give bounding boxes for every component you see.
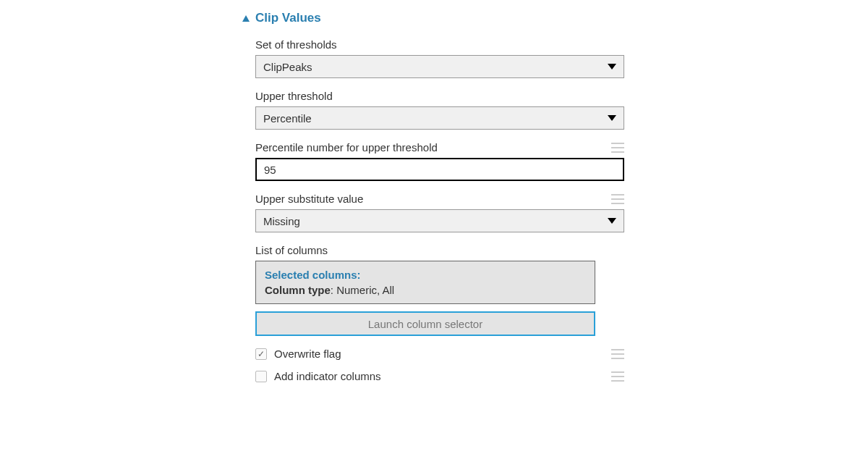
menu-icon[interactable] [611, 194, 624, 204]
input-percentile-number-value: 95 [264, 164, 276, 176]
checkbox-row-overwrite: Overwrite flag [255, 348, 624, 360]
selected-columns-title: Selected columns: [265, 269, 586, 281]
field-group-percentile-number: Percentile number for upper threshold 95 [255, 141, 624, 181]
chevron-down-icon [608, 64, 616, 70]
launch-column-selector-button[interactable]: Launch column selector [255, 311, 595, 336]
chevron-down-icon [608, 218, 616, 224]
label-percentile-number: Percentile number for upper threshold [255, 141, 438, 154]
checkbox-overwrite[interactable] [255, 348, 267, 360]
label-upper-threshold: Upper threshold [255, 90, 333, 102]
field-group-thresholds: Set of thresholds ClipPeaks [255, 38, 624, 78]
selected-columns-summary: Selected columns: Column type: Numeric, … [255, 261, 595, 304]
field-group-upper-threshold: Upper threshold Percentile [255, 90, 624, 130]
select-upper-substitute[interactable]: Missing [255, 209, 624, 232]
label-overwrite: Overwrite flag [274, 348, 341, 360]
select-thresholds-value: ClipPeaks [263, 61, 312, 73]
label-list-columns: List of columns [255, 244, 328, 256]
section-header-clip-values[interactable]: Clip Values [242, 11, 868, 25]
checkbox-add-indicator[interactable] [255, 371, 267, 382]
label-upper-substitute: Upper substitute value [255, 193, 363, 205]
label-add-indicator: Add indicator columns [274, 370, 381, 382]
select-upper-substitute-value: Missing [263, 215, 300, 227]
section-title: Clip Values [255, 11, 321, 25]
launch-column-selector-label: Launch column selector [368, 318, 482, 330]
label-thresholds: Set of thresholds [255, 38, 337, 51]
field-group-upper-substitute: Upper substitute value Missing [255, 193, 624, 232]
collapse-triangle-icon [242, 15, 250, 22]
checkbox-row-add-indicator: Add indicator columns [255, 370, 624, 382]
selected-columns-detail: Column type: Numeric, All [265, 284, 586, 296]
select-upper-threshold-value: Percentile [263, 112, 312, 125]
column-type-value: : Numeric, All [331, 284, 394, 296]
select-thresholds[interactable]: ClipPeaks [255, 55, 624, 78]
select-upper-threshold[interactable]: Percentile [255, 106, 624, 130]
input-percentile-number[interactable]: 95 [255, 158, 624, 181]
column-type-label: Column type [265, 284, 331, 296]
menu-icon[interactable] [611, 349, 624, 359]
field-group-list-columns: List of columns Selected columns: Column… [255, 244, 624, 336]
menu-icon[interactable] [611, 143, 624, 153]
menu-icon[interactable] [611, 371, 624, 382]
chevron-down-icon [608, 115, 616, 121]
